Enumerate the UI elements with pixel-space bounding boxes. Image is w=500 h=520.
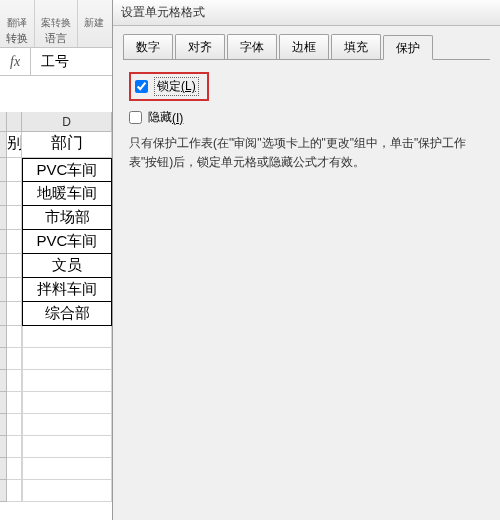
table-row bbox=[0, 436, 112, 458]
cell[interactable]: 别 bbox=[7, 132, 22, 158]
cell[interactable] bbox=[7, 254, 22, 278]
dialog-titlebar[interactable]: 设置单元格格式 bbox=[113, 0, 500, 26]
cell[interactable]: 地暖车间 bbox=[22, 182, 112, 206]
hide-key: (I) bbox=[172, 111, 183, 125]
cell[interactable]: 市场部 bbox=[22, 206, 112, 230]
row-header[interactable] bbox=[0, 370, 7, 392]
column-header-d[interactable]: D bbox=[22, 112, 112, 132]
row-header[interactable] bbox=[0, 254, 7, 278]
cell[interactable]: 综合部 bbox=[22, 302, 112, 326]
hide-checkbox[interactable] bbox=[129, 111, 142, 124]
tabs: 数字 对齐 字体 边框 填充 保护 bbox=[123, 34, 490, 60]
cell[interactable] bbox=[7, 370, 22, 392]
row-header[interactable] bbox=[0, 458, 7, 480]
lock-row: 锁定(L) bbox=[129, 72, 484, 101]
dialog-body: 数字 对齐 字体 边框 填充 保护 锁定(L) 隐藏(I) 只有保护工作表(在"… bbox=[113, 26, 500, 520]
corner-cell[interactable] bbox=[0, 112, 7, 132]
cell[interactable] bbox=[22, 480, 112, 502]
lock-key: (L) bbox=[181, 79, 196, 93]
tab-fill[interactable]: 填充 bbox=[331, 34, 381, 59]
cell[interactable] bbox=[7, 230, 22, 254]
ribbon-label: 语言 bbox=[45, 32, 67, 45]
cell[interactable] bbox=[22, 348, 112, 370]
table-row bbox=[0, 370, 112, 392]
column-header-c[interactable] bbox=[7, 112, 22, 132]
cell[interactable]: 拌料车间 bbox=[22, 278, 112, 302]
row-header[interactable] bbox=[0, 132, 7, 158]
ribbon-label: 翻译 bbox=[7, 16, 27, 30]
cell[interactable] bbox=[7, 206, 22, 230]
cell[interactable] bbox=[22, 436, 112, 458]
cell[interactable] bbox=[7, 278, 22, 302]
cell[interactable] bbox=[7, 302, 22, 326]
cell[interactable] bbox=[7, 158, 22, 182]
ribbon-group-translate[interactable]: 翻译 转换 bbox=[0, 0, 35, 47]
cell[interactable] bbox=[7, 480, 22, 502]
protect-info-text: 只有保护工作表(在"审阅"选项卡上的"更改"组中，单击"保护工作表"按钮)后，锁… bbox=[129, 134, 484, 172]
table-row: 拌料车间 bbox=[0, 278, 112, 302]
table-row bbox=[0, 392, 112, 414]
row-header[interactable] bbox=[0, 392, 7, 414]
row-header[interactable] bbox=[0, 302, 7, 326]
cell[interactable] bbox=[22, 326, 112, 348]
row-header[interactable] bbox=[0, 414, 7, 436]
hide-label: 隐藏 bbox=[148, 109, 172, 126]
cell[interactable] bbox=[22, 370, 112, 392]
row-header[interactable] bbox=[0, 480, 7, 502]
cell[interactable] bbox=[7, 436, 22, 458]
row-header[interactable] bbox=[0, 436, 7, 458]
table-row: 综合部 bbox=[0, 302, 112, 326]
table-row bbox=[0, 458, 112, 480]
cell[interactable]: 部门 bbox=[22, 132, 112, 158]
row-header[interactable] bbox=[0, 348, 7, 370]
row-header[interactable] bbox=[0, 326, 7, 348]
cell[interactable] bbox=[7, 348, 22, 370]
table-row bbox=[0, 414, 112, 436]
cell[interactable]: PVC车间 bbox=[22, 230, 112, 254]
lock-checkbox[interactable] bbox=[135, 80, 148, 93]
row-header[interactable] bbox=[0, 230, 7, 254]
cell[interactable] bbox=[22, 414, 112, 436]
table-row: PVC车间 bbox=[0, 158, 112, 182]
row-header[interactable] bbox=[0, 182, 7, 206]
table-row: 别 部门 bbox=[0, 132, 112, 158]
cell[interactable] bbox=[22, 458, 112, 480]
format-cells-dialog: 设置单元格格式 数字 对齐 字体 边框 填充 保护 锁定(L) 隐藏(I) bbox=[112, 0, 500, 520]
tab-font[interactable]: 字体 bbox=[227, 34, 277, 59]
table-row bbox=[0, 348, 112, 370]
table-row: 地暖车间 bbox=[0, 182, 112, 206]
tab-protect[interactable]: 保护 bbox=[383, 35, 433, 60]
lock-label: 锁定 bbox=[157, 79, 181, 93]
table-row: 文员 bbox=[0, 254, 112, 278]
lock-focus: 锁定(L) bbox=[154, 77, 199, 96]
ribbon-label: 案转换 bbox=[41, 16, 71, 30]
ribbon-label: 转换 bbox=[6, 32, 28, 45]
tab-align[interactable]: 对齐 bbox=[175, 34, 225, 59]
lock-highlight: 锁定(L) bbox=[129, 72, 209, 101]
cell[interactable] bbox=[7, 392, 22, 414]
cell[interactable]: PVC车间 bbox=[22, 158, 112, 182]
spreadsheet-grid[interactable]: D 别 部门 PVC车间 地暖车间 市场部 PVC车间 bbox=[0, 76, 112, 520]
table-row: PVC车间 bbox=[0, 230, 112, 254]
ribbon-label: 新建 bbox=[84, 16, 104, 30]
ribbon-group-new[interactable]: 新建 bbox=[78, 0, 110, 47]
cell[interactable] bbox=[7, 458, 22, 480]
tab-content-protect: 锁定(L) 隐藏(I) 只有保护工作表(在"审阅"选项卡上的"更改"组中，单击"… bbox=[123, 60, 490, 184]
ribbon-group-language[interactable]: 案转换 语言 bbox=[35, 0, 78, 47]
dialog-title: 设置单元格格式 bbox=[121, 4, 205, 21]
cell[interactable]: 文员 bbox=[22, 254, 112, 278]
cell[interactable] bbox=[7, 326, 22, 348]
tab-number[interactable]: 数字 bbox=[123, 34, 173, 59]
table-row: 市场部 bbox=[0, 206, 112, 230]
column-header-row: D bbox=[0, 112, 112, 132]
tab-border[interactable]: 边框 bbox=[279, 34, 329, 59]
fx-icon[interactable]: fx bbox=[0, 48, 31, 75]
table-row bbox=[0, 326, 112, 348]
row-header[interactable] bbox=[0, 206, 7, 230]
row-header[interactable] bbox=[0, 158, 7, 182]
cell[interactable] bbox=[7, 182, 22, 206]
row-header[interactable] bbox=[0, 278, 7, 302]
cell[interactable] bbox=[22, 392, 112, 414]
cell[interactable] bbox=[7, 414, 22, 436]
table-row bbox=[0, 480, 112, 502]
